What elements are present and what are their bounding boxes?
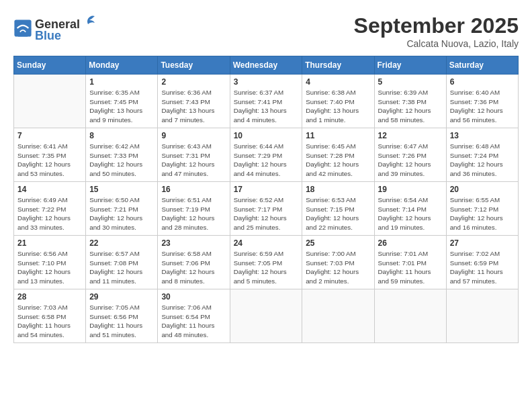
day-number: 18 (306, 185, 370, 194)
logo-bird-icon (81, 13, 96, 28)
day-number: 3 (234, 77, 299, 87)
day-info: Sunrise: 6:37 AM Sunset: 7:41 PM Dayligh… (234, 88, 299, 125)
calendar-cell: 16Sunrise: 6:51 AM Sunset: 7:19 PM Dayli… (158, 182, 230, 236)
calendar-week-row: 1Sunrise: 6:35 AM Sunset: 7:45 PM Daylig… (14, 75, 519, 128)
calendar-cell: 1Sunrise: 6:35 AM Sunset: 7:45 PM Daylig… (86, 75, 158, 128)
calendar-cell: 11Sunrise: 6:45 AM Sunset: 7:28 PM Dayli… (302, 128, 374, 182)
calendar-cell: 15Sunrise: 6:50 AM Sunset: 7:21 PM Dayli… (86, 182, 158, 236)
calendar-cell: 12Sunrise: 6:47 AM Sunset: 7:26 PM Dayli… (374, 128, 446, 182)
day-header-saturday: Saturday (446, 56, 518, 75)
calendar-cell: 28Sunrise: 7:03 AM Sunset: 6:58 PM Dayli… (14, 289, 86, 343)
title-block: September 2025 Calcata Nuova, Lazio, Ita… (354, 13, 519, 49)
day-number: 12 (378, 131, 443, 140)
day-info: Sunrise: 7:00 AM Sunset: 7:03 PM Dayligh… (306, 249, 370, 286)
calendar-week-row: 21Sunrise: 6:56 AM Sunset: 7:10 PM Dayli… (14, 236, 519, 289)
day-header-wednesday: Wednesday (230, 56, 302, 75)
day-info: Sunrise: 6:45 AM Sunset: 7:28 PM Dayligh… (306, 142, 370, 179)
location-title: Calcata Nuova, Lazio, Italy (354, 38, 519, 49)
day-info: Sunrise: 6:53 AM Sunset: 7:15 PM Dayligh… (306, 195, 370, 232)
calendar-cell: 4Sunrise: 6:38 AM Sunset: 7:40 PM Daylig… (302, 75, 374, 128)
day-number: 8 (89, 131, 154, 140)
day-info: Sunrise: 6:38 AM Sunset: 7:40 PM Dayligh… (306, 88, 370, 125)
day-number: 11 (306, 131, 370, 140)
day-number: 2 (161, 77, 226, 87)
day-info: Sunrise: 6:49 AM Sunset: 7:22 PM Dayligh… (17, 195, 82, 232)
day-number: 25 (306, 238, 370, 248)
calendar-cell: 18Sunrise: 6:53 AM Sunset: 7:15 PM Dayli… (302, 182, 374, 236)
day-number: 19 (378, 185, 443, 194)
day-number: 24 (234, 238, 299, 248)
day-info: Sunrise: 6:41 AM Sunset: 7:35 PM Dayligh… (17, 142, 82, 179)
day-info: Sunrise: 7:03 AM Sunset: 6:58 PM Dayligh… (17, 303, 82, 340)
day-info: Sunrise: 6:55 AM Sunset: 7:12 PM Dayligh… (450, 195, 515, 232)
day-info: Sunrise: 6:59 AM Sunset: 7:05 PM Dayligh… (234, 249, 299, 286)
day-info: Sunrise: 6:58 AM Sunset: 7:06 PM Dayligh… (161, 249, 226, 286)
calendar-cell (374, 289, 446, 343)
day-info: Sunrise: 7:05 AM Sunset: 6:56 PM Dayligh… (89, 303, 154, 340)
day-header-sunday: Sunday (14, 56, 86, 75)
day-header-tuesday: Tuesday (158, 56, 230, 75)
day-info: Sunrise: 6:54 AM Sunset: 7:14 PM Dayligh… (378, 195, 443, 232)
calendar-cell: 26Sunrise: 7:01 AM Sunset: 7:01 PM Dayli… (374, 236, 446, 289)
calendar-cell: 25Sunrise: 7:00 AM Sunset: 7:03 PM Dayli… (302, 236, 374, 289)
calendar-cell (302, 289, 374, 343)
day-number: 14 (17, 185, 82, 194)
day-header-monday: Monday (86, 56, 158, 75)
day-number: 16 (161, 185, 226, 194)
day-number: 30 (161, 292, 226, 302)
calendar-header-row: SundayMondayTuesdayWednesdayThursdayFrid… (14, 56, 519, 75)
day-number: 7 (17, 131, 82, 140)
calendar-cell: 22Sunrise: 6:57 AM Sunset: 7:08 PM Dayli… (86, 236, 158, 289)
day-info: Sunrise: 6:35 AM Sunset: 7:45 PM Dayligh… (89, 88, 154, 125)
day-info: Sunrise: 6:56 AM Sunset: 7:10 PM Dayligh… (17, 249, 82, 286)
day-number: 9 (161, 131, 226, 140)
day-info: Sunrise: 7:02 AM Sunset: 6:59 PM Dayligh… (450, 249, 515, 286)
calendar-cell: 29Sunrise: 7:05 AM Sunset: 6:56 PM Dayli… (86, 289, 158, 343)
day-info: Sunrise: 6:40 AM Sunset: 7:36 PM Dayligh… (450, 88, 515, 125)
calendar-cell: 5Sunrise: 6:39 AM Sunset: 7:38 PM Daylig… (374, 75, 446, 128)
day-number: 1 (89, 77, 154, 87)
day-number: 26 (378, 238, 443, 248)
calendar-cell (446, 289, 518, 343)
day-header-thursday: Thursday (302, 56, 374, 75)
day-number: 17 (234, 185, 299, 194)
calendar-cell: 6Sunrise: 6:40 AM Sunset: 7:36 PM Daylig… (446, 75, 518, 128)
day-number: 23 (161, 238, 226, 248)
day-info: Sunrise: 7:01 AM Sunset: 7:01 PM Dayligh… (378, 249, 443, 286)
day-info: Sunrise: 6:42 AM Sunset: 7:33 PM Dayligh… (89, 142, 154, 179)
calendar-cell (230, 289, 302, 343)
calendar-cell: 21Sunrise: 6:56 AM Sunset: 7:10 PM Dayli… (14, 236, 86, 289)
calendar-cell: 13Sunrise: 6:48 AM Sunset: 7:24 PM Dayli… (446, 128, 518, 182)
day-info: Sunrise: 6:52 AM Sunset: 7:17 PM Dayligh… (234, 195, 299, 232)
logo: General Blue (13, 13, 96, 43)
calendar-week-row: 28Sunrise: 7:03 AM Sunset: 6:58 PM Dayli… (14, 289, 519, 343)
calendar-cell: 19Sunrise: 6:54 AM Sunset: 7:14 PM Dayli… (374, 182, 446, 236)
calendar-cell (14, 75, 86, 128)
day-number: 4 (306, 77, 370, 87)
calendar-cell: 23Sunrise: 6:58 AM Sunset: 7:06 PM Dayli… (158, 236, 230, 289)
calendar-cell: 24Sunrise: 6:59 AM Sunset: 7:05 PM Dayli… (230, 236, 302, 289)
month-title: September 2025 (354, 13, 519, 38)
calendar-cell: 2Sunrise: 6:36 AM Sunset: 7:43 PM Daylig… (158, 75, 230, 128)
day-info: Sunrise: 6:48 AM Sunset: 7:24 PM Dayligh… (450, 142, 515, 179)
day-info: Sunrise: 6:47 AM Sunset: 7:26 PM Dayligh… (378, 142, 443, 179)
day-number: 29 (89, 292, 154, 302)
calendar-week-row: 7Sunrise: 6:41 AM Sunset: 7:35 PM Daylig… (14, 128, 519, 182)
day-number: 5 (378, 77, 443, 87)
calendar-cell: 10Sunrise: 6:44 AM Sunset: 7:29 PM Dayli… (230, 128, 302, 182)
calendar-cell: 7Sunrise: 6:41 AM Sunset: 7:35 PM Daylig… (14, 128, 86, 182)
page-header: General Blue September 2025 Calcata Nuov… (13, 13, 519, 49)
day-number: 13 (450, 131, 515, 140)
calendar-cell: 9Sunrise: 6:43 AM Sunset: 7:31 PM Daylig… (158, 128, 230, 182)
day-number: 21 (17, 238, 82, 248)
calendar-cell: 3Sunrise: 6:37 AM Sunset: 7:41 PM Daylig… (230, 75, 302, 128)
day-info: Sunrise: 6:44 AM Sunset: 7:29 PM Dayligh… (234, 142, 299, 179)
calendar-cell: 17Sunrise: 6:52 AM Sunset: 7:17 PM Dayli… (230, 182, 302, 236)
calendar-cell: 8Sunrise: 6:42 AM Sunset: 7:33 PM Daylig… (86, 128, 158, 182)
day-info: Sunrise: 6:51 AM Sunset: 7:19 PM Dayligh… (161, 195, 226, 232)
day-number: 10 (234, 131, 299, 140)
calendar-table: SundayMondayTuesdayWednesdayThursdayFrid… (13, 56, 519, 343)
day-info: Sunrise: 6:36 AM Sunset: 7:43 PM Dayligh… (161, 88, 226, 125)
calendar-cell: 14Sunrise: 6:49 AM Sunset: 7:22 PM Dayli… (14, 182, 86, 236)
day-info: Sunrise: 7:06 AM Sunset: 6:54 PM Dayligh… (161, 303, 226, 340)
